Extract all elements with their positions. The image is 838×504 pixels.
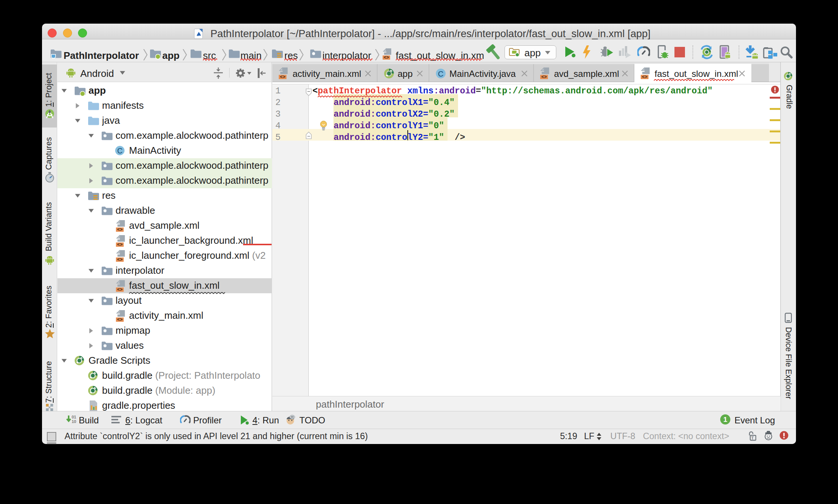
svg-text:01: 01 — [72, 415, 76, 419]
svg-text:T: T — [751, 436, 754, 440]
svg-text:10: 10 — [72, 419, 76, 424]
